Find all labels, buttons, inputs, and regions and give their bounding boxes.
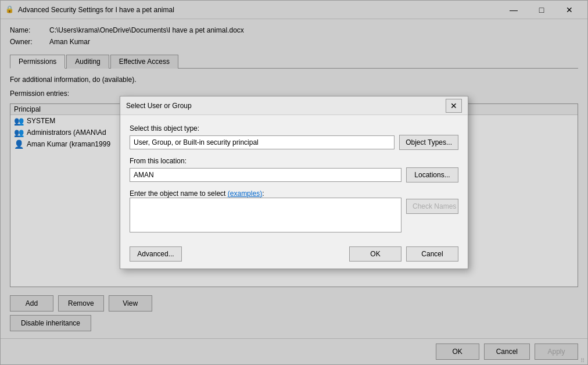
object-type-value: User, Group, or Built-in security princi… [130,135,395,149]
location-label: From this location: [130,157,458,165]
object-types-button[interactable]: Object Types... [399,135,458,150]
object-type-row: User, Group, or Built-in security princi… [130,135,458,150]
advanced-button[interactable]: Advanced... [130,246,182,262]
locations-button[interactable]: Locations... [406,167,458,182]
modal-body: Select this object type: User, Group, or… [120,115,468,242]
main-window: 🔒 Advanced Security Settings for I have … [0,0,588,365]
modal-ok-button[interactable]: OK [349,246,401,262]
object-type-label: Select this object type: [130,124,458,133]
enter-name-label: Enter the object name to select (example… [130,189,458,198]
check-names-button[interactable]: Check Names [406,199,458,214]
modal-close-button[interactable]: ✕ [446,99,462,113]
modal-footer: Advanced... OK Cancel [120,242,468,269]
object-type-section: Select this object type: User, Group, or… [130,124,458,150]
select-user-dialog: Select User or Group ✕ Select this objec… [120,96,468,269]
location-value: AMAN [130,168,401,182]
location-section: From this location: AMAN Locations... [130,157,458,182]
modal-title-bar: Select User or Group ✕ [120,96,468,115]
modal-cancel-button[interactable]: Cancel [406,246,458,262]
modal-title: Select User or Group [126,102,441,110]
object-name-input[interactable] [130,198,401,232]
enter-name-row: Check Names [130,198,458,232]
location-row: AMAN Locations... [130,167,458,182]
modal-overlay: Select User or Group ✕ Select this objec… [1,1,587,364]
examples-link[interactable]: (examples) [228,189,262,198]
enter-name-section: Enter the object name to select (example… [130,189,458,232]
resize-handle[interactable]: ⠿ [580,357,587,364]
modal-footer-right: OK Cancel [349,246,458,262]
